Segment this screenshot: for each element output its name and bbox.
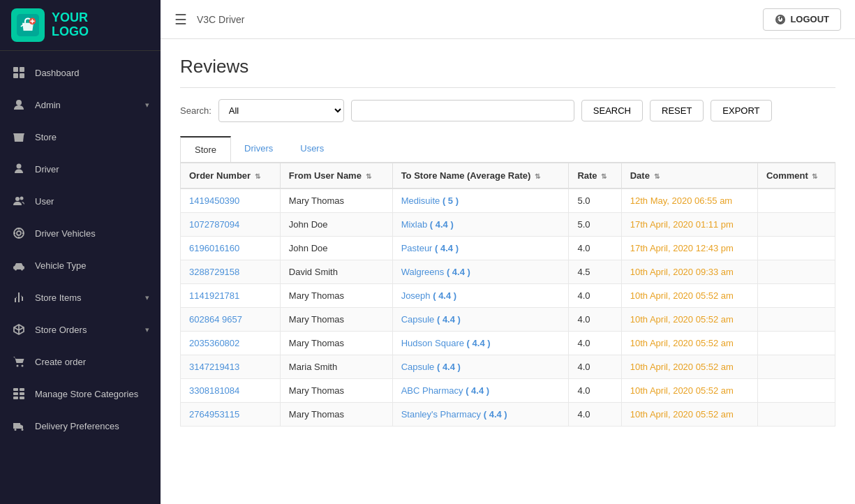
sidebar-item-dashboard[interactable]: Dashboard [0, 57, 161, 89]
menu-icon[interactable]: ☰ [174, 11, 187, 28]
table-row: 3288729158David SmithWalgreens ( 4.4 )4.… [181, 260, 835, 284]
power-icon [775, 14, 786, 25]
order-number-cell[interactable]: 1141921781 [181, 284, 281, 308]
export-button[interactable]: EXPORT [711, 100, 771, 121]
sidebar-item-driver-vehicles[interactable]: Driver Vehicles [0, 217, 161, 249]
col-to-store: To Store Name (Average Rate) ⇅ [392, 163, 569, 189]
table-row: 3308181084Mary ThomasABC Pharmacy ( 4.4 … [181, 379, 835, 403]
from-user-cell: John Doe [280, 213, 392, 237]
table-row: 1419450390Mary ThomasMedisuite ( 5 )5.01… [181, 188, 835, 213]
sidebar-item-admin[interactable]: Admin ▾ [0, 89, 161, 121]
to-store-cell[interactable]: Pasteur ( 4.4 ) [392, 237, 569, 260]
tab-drivers[interactable]: Drivers [230, 136, 287, 162]
to-store-cell[interactable]: Walgreens ( 4.4 ) [392, 260, 569, 284]
order-number-cell[interactable]: 2035360802 [181, 332, 281, 355]
to-store-cell[interactable]: Mixlab ( 4.4 ) [392, 213, 569, 237]
sidebar-item-user[interactable]: User [0, 185, 161, 217]
logo-text: YOUR LOGO [52, 11, 89, 39]
to-store-cell[interactable]: Capsule ( 4.4 ) [392, 308, 569, 332]
to-store-cell[interactable]: Joseph ( 4.4 ) [392, 284, 569, 308]
tab-users[interactable]: Users [286, 136, 338, 162]
order-number-cell[interactable]: 602864 9657 [181, 308, 281, 332]
cart-icon [11, 354, 27, 369]
svg-point-20 [17, 365, 19, 367]
sidebar-item-manage-store-categories[interactable]: Manage Store Categories [0, 378, 161, 410]
svg-rect-2 [13, 67, 18, 72]
driver-icon [11, 161, 27, 177]
order-number-cell[interactable]: 3147219413 [181, 355, 281, 379]
search-select[interactable]: All Order Number From User Name To Store… [218, 99, 344, 122]
svg-rect-4 [13, 73, 18, 78]
svg-rect-25 [20, 392, 24, 395]
rate-cell: 4.0 [569, 308, 621, 332]
rate-cell: 4.0 [569, 332, 621, 355]
order-number-cell[interactable]: 1072787094 [181, 213, 281, 237]
sidebar-item-driver[interactable]: Driver [0, 153, 161, 185]
sort-icon: ⇅ [812, 172, 817, 180]
date-cell: 10th April, 2020 05:52 am [621, 403, 757, 427]
from-user-cell: Mary Thomas [280, 284, 392, 308]
svg-point-6 [16, 100, 22, 105]
svg-rect-27 [20, 396, 24, 399]
comment-cell [757, 237, 835, 260]
sidebar-item-store[interactable]: Store [0, 121, 161, 153]
reset-button[interactable]: RESET [650, 100, 704, 121]
content-area: Reviews Search: All Order Number From Us… [161, 39, 855, 504]
search-input[interactable] [351, 100, 574, 121]
sort-icon: ⇅ [535, 172, 540, 180]
search-button[interactable]: SEARCH [581, 100, 643, 121]
date-cell: 10th April, 2020 05:52 am [621, 332, 757, 355]
from-user-cell: Mary Thomas [280, 403, 392, 427]
logout-button[interactable]: LOGOUT [763, 8, 841, 31]
col-comment: Comment ⇅ [757, 163, 835, 189]
to-store-cell[interactable]: Capsule ( 4.4 ) [392, 355, 569, 379]
sidebar-item-create-order[interactable]: Create order [0, 346, 161, 378]
to-store-cell[interactable]: Medisuite ( 5 ) [392, 188, 569, 213]
svg-rect-23 [20, 388, 24, 391]
svg-point-19 [21, 269, 23, 271]
svg-rect-5 [20, 73, 24, 78]
table-row: 6196016160John DoePasteur ( 4.4 )4.017th… [181, 237, 835, 260]
date-cell: 10th April, 2020 05:52 am [621, 355, 757, 379]
from-user-cell: Mary Thomas [280, 308, 392, 332]
fork-icon [11, 290, 27, 305]
col-from-user: From User Name ⇅ [280, 163, 392, 189]
order-number-cell[interactable]: 3308181084 [181, 379, 281, 403]
sidebar-item-delivery-preferences[interactable]: Delivery Preferences [0, 410, 161, 442]
chevron-down-icon: ▾ [145, 325, 149, 334]
sidebar-item-store-items[interactable]: Store Items ▾ [0, 281, 161, 313]
comment-cell [757, 379, 835, 403]
date-cell: 10th April, 2020 09:33 am [621, 260, 757, 284]
col-order-number: Order Number ⇅ [181, 163, 281, 189]
svg-point-9 [15, 197, 20, 201]
comment-cell [757, 284, 835, 308]
rate-cell: 4.0 [569, 355, 621, 379]
page-title: Reviews [180, 56, 835, 88]
sort-icon: ⇅ [366, 172, 371, 180]
comment-cell [757, 308, 835, 332]
reviews-table-wrap: Order Number ⇅ From User Name ⇅ To Store… [180, 163, 835, 427]
from-user-cell: John Doe [280, 237, 392, 260]
order-number-cell[interactable]: 1419450390 [181, 188, 281, 213]
to-store-cell[interactable]: Hudson Square ( 4.4 ) [392, 332, 569, 355]
rate-cell: 4.0 [569, 284, 621, 308]
logo: YOUR LOGO [0, 0, 161, 51]
to-store-cell[interactable]: ABC Pharmacy ( 4.4 ) [392, 379, 569, 403]
sidebar: YOUR LOGO Dashboard Admin ▾ Store [0, 0, 161, 504]
tab-store[interactable]: Store [180, 136, 231, 162]
target-icon [11, 225, 27, 241]
svg-rect-22 [13, 388, 18, 391]
sidebar-item-vehicle-type[interactable]: Vehicle Type [0, 249, 161, 281]
topbar: ☰ V3C Driver LOGOUT [161, 0, 855, 39]
from-user-cell: Mary Thomas [280, 188, 392, 213]
sort-icon: ⇅ [654, 172, 660, 180]
sidebar-nav: Dashboard Admin ▾ Store Driver [0, 51, 161, 504]
svg-rect-3 [20, 67, 24, 72]
main-content: ☰ V3C Driver LOGOUT Reviews Search: All … [161, 0, 855, 504]
order-number-cell[interactable]: 6196016160 [181, 237, 281, 260]
order-number-cell[interactable]: 3288729158 [181, 260, 281, 284]
to-store-cell[interactable]: Stanley's Pharmacy ( 4.4 ) [392, 403, 569, 427]
from-user-cell: Maria Smith [280, 355, 392, 379]
order-number-cell[interactable]: 2764953115 [181, 403, 281, 427]
sidebar-item-store-orders[interactable]: Store Orders ▾ [0, 313, 161, 346]
